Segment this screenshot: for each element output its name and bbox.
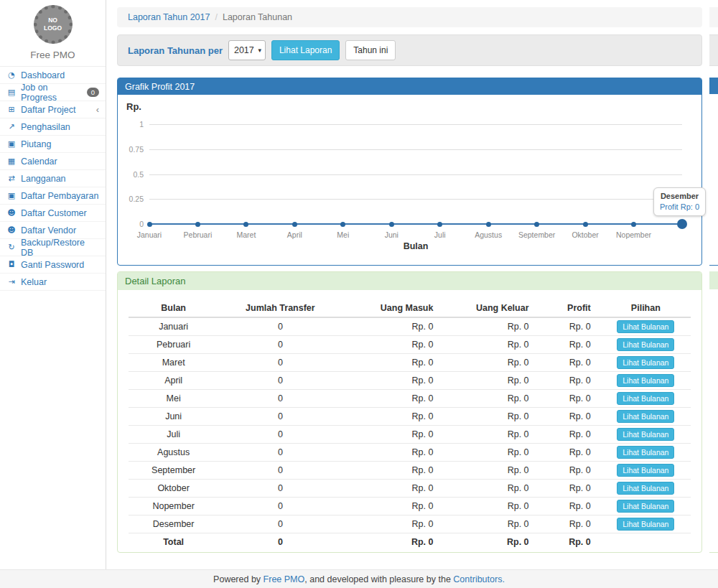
cell-pilihan: Lihat Bulanan bbox=[601, 336, 691, 354]
sidebar-item-label: Langganan bbox=[21, 174, 66, 184]
sidebar-nav: ◔Dashboard▤Job on Progress0⊞Daftar Proje… bbox=[0, 66, 106, 291]
cell-profit: Rp. 0 bbox=[539, 426, 601, 444]
tooltip-value: Profit Rp: 0 bbox=[660, 202, 699, 211]
data-point-juli[interactable] bbox=[437, 222, 442, 227]
gridline bbox=[149, 124, 682, 125]
lihat-bulanan-button[interactable]: Lihat Bulanan bbox=[617, 320, 674, 333]
year-select[interactable]: 2017 ▾ bbox=[228, 40, 266, 60]
data-point-maret[interactable] bbox=[243, 222, 248, 227]
data-point-juni[interactable] bbox=[389, 222, 394, 227]
lihat-bulanan-button[interactable]: Lihat Bulanan bbox=[617, 410, 674, 423]
y-tick-label: 0.5 bbox=[118, 170, 144, 179]
data-point-nopember[interactable] bbox=[631, 222, 636, 227]
year-select-value: 2017 bbox=[234, 45, 254, 55]
lihat-bulanan-button[interactable]: Lihat Bulanan bbox=[617, 446, 674, 459]
cell-jumlah-transfer: 0 bbox=[218, 408, 342, 426]
cell-uang-masuk: Rp. 0 bbox=[342, 317, 444, 336]
tooltip-month: Desember bbox=[660, 192, 699, 200]
sidebar-item-langganan[interactable]: ⇄Langganan bbox=[0, 170, 106, 187]
cell-bulan: Juni bbox=[129, 408, 218, 426]
sidebar-item-ganti-password[interactable]: ◘Ganti Password bbox=[0, 256, 106, 274]
cell-pilihan bbox=[601, 533, 691, 551]
sidebar-item-calendar[interactable]: ▦Calendar bbox=[0, 153, 106, 170]
lihat-bulanan-button[interactable]: Lihat Bulanan bbox=[617, 464, 674, 477]
data-point-oktober[interactable] bbox=[583, 222, 588, 227]
sidebar-item-label: Daftar Customer bbox=[21, 208, 87, 218]
sidebar-item-daftar-pembayaran[interactable]: ▣Daftar Pembayaran bbox=[0, 187, 106, 205]
lihat-bulanan-button[interactable]: Lihat Bulanan bbox=[617, 518, 674, 531]
column-header-uang-masuk: Uang Masuk bbox=[342, 299, 444, 317]
data-point-desember[interactable] bbox=[677, 219, 687, 229]
lihat-bulanan-button[interactable]: Lihat Bulanan bbox=[617, 428, 674, 441]
line-chart-icon: ↗ bbox=[6, 122, 17, 131]
cell-uang-keluar: Rp. 0 bbox=[443, 426, 538, 444]
detail-panel-title: Detail Laporan bbox=[118, 272, 701, 290]
sidebar-item-daftar-vendor[interactable]: ☻Daftar Vendor bbox=[0, 222, 106, 239]
lihat-bulanan-button[interactable]: Lihat Bulanan bbox=[617, 374, 674, 387]
sidebar: NO LOGO Free PMO ◔Dashboard▤Job on Progr… bbox=[0, 0, 106, 569]
table-row: Juni0Rp. 0Rp. 0Rp. 0Lihat Bulanan bbox=[129, 408, 691, 426]
sign-out-icon: ⇥ bbox=[6, 277, 17, 286]
sidebar-item-backup-restore-db[interactable]: ↻Backup/Restore DB bbox=[0, 239, 106, 256]
lihat-bulanan-button[interactable]: Lihat Bulanan bbox=[617, 338, 674, 351]
cell-profit: Rp. 0 bbox=[539, 408, 601, 426]
users-icon: ☻ bbox=[6, 225, 17, 235]
cell-uang-keluar: Rp. 0 bbox=[443, 354, 538, 372]
y-tick-label: 1 bbox=[118, 120, 144, 129]
footer-link-contributors[interactable]: Contributors. bbox=[453, 574, 505, 584]
sidebar-item-label: Daftar Project bbox=[21, 105, 75, 115]
sidebar-item-job-on-progress[interactable]: ▤Job on Progress0 bbox=[0, 84, 106, 101]
cell-pilihan: Lihat Bulanan bbox=[601, 462, 691, 480]
footer-link-free-pmo[interactable]: Free PMO bbox=[264, 574, 305, 584]
cell-uang-keluar: Rp. 0 bbox=[443, 317, 538, 336]
cell-uang-masuk: Rp. 0 bbox=[342, 462, 444, 480]
y-tick-label: 0.25 bbox=[118, 195, 144, 203]
sidebar-item-label: Job on Progress bbox=[21, 83, 83, 103]
profit-chart-panel: Grafik Profit 2017 Rp. 10.750.50.250Janu… bbox=[117, 78, 702, 266]
brand-name: Free PMO bbox=[0, 50, 106, 66]
lock-icon: ◘ bbox=[6, 260, 17, 269]
gridline bbox=[149, 174, 682, 175]
data-point-april[interactable] bbox=[292, 222, 297, 227]
tahun-ini-button[interactable]: Tahun ini bbox=[345, 40, 396, 60]
lihat-bulanan-button[interactable]: Lihat Bulanan bbox=[617, 500, 674, 513]
cell-uang-masuk: Rp. 0 bbox=[342, 408, 444, 426]
data-point-mei[interactable] bbox=[340, 222, 345, 227]
cell-profit: Rp. 0 bbox=[539, 372, 601, 390]
sidebar-item-keluar[interactable]: ⇥Keluar bbox=[0, 274, 106, 291]
cell-jumlah-transfer: 0 bbox=[218, 372, 342, 390]
sidebar-item-daftar-project[interactable]: ⊞Daftar Project‹ bbox=[0, 101, 106, 118]
lihat-laporan-button[interactable]: Lihat Laporan bbox=[271, 40, 340, 60]
cell-uang-masuk: Rp. 0 bbox=[342, 498, 444, 515]
data-point-pebruari[interactable] bbox=[195, 222, 200, 227]
cell-uang-keluar: Rp. 0 bbox=[443, 480, 538, 498]
cell-profit: Rp. 0 bbox=[539, 498, 601, 515]
money-icon: ▣ bbox=[6, 139, 17, 149]
users-icon: ☻ bbox=[6, 208, 17, 218]
table-row: Mei0Rp. 0Rp. 0Rp. 0Lihat Bulanan bbox=[129, 390, 691, 408]
cell-jumlah-transfer: 0 bbox=[218, 390, 342, 408]
cell-pilihan: Lihat Bulanan bbox=[601, 354, 691, 372]
data-point-januari[interactable] bbox=[147, 222, 152, 227]
lihat-bulanan-button[interactable]: Lihat Bulanan bbox=[617, 392, 674, 405]
lihat-bulanan-button[interactable]: Lihat Bulanan bbox=[617, 482, 674, 495]
data-point-agustus[interactable] bbox=[486, 222, 491, 227]
sidebar-item-piutang[interactable]: ▣Piutang bbox=[0, 136, 106, 153]
cell-pilihan: Lihat Bulanan bbox=[601, 317, 691, 336]
cell-jumlah-transfer: 0 bbox=[218, 515, 342, 533]
cell-profit: Rp. 0 bbox=[539, 317, 601, 336]
cell-bulan: Juli bbox=[129, 426, 218, 444]
lihat-bulanan-button[interactable]: Lihat Bulanan bbox=[617, 356, 674, 369]
table-icon: ⊞ bbox=[6, 105, 17, 114]
x-tick-label: Nopember bbox=[602, 230, 666, 239]
breadcrumb-link-laporan-tahun[interactable]: Laporan Tahun 2017 bbox=[128, 12, 210, 22]
sidebar-item-penghasilan[interactable]: ↗Penghasilan bbox=[0, 118, 106, 136]
cell-profit: Rp. 0 bbox=[539, 390, 601, 408]
cell-jumlah-transfer: 0 bbox=[218, 317, 342, 336]
cell-jumlah-transfer: 0 bbox=[218, 462, 342, 480]
sidebar-item-dashboard[interactable]: ◔Dashboard bbox=[0, 67, 106, 84]
filter-label: Laporan Tahunan per bbox=[128, 45, 223, 56]
sidebar-item-daftar-customer[interactable]: ☻Daftar Customer bbox=[0, 205, 106, 222]
chart-tooltip: Desember Profit Rp: 0 bbox=[653, 187, 706, 216]
data-point-september[interactable] bbox=[534, 222, 539, 227]
